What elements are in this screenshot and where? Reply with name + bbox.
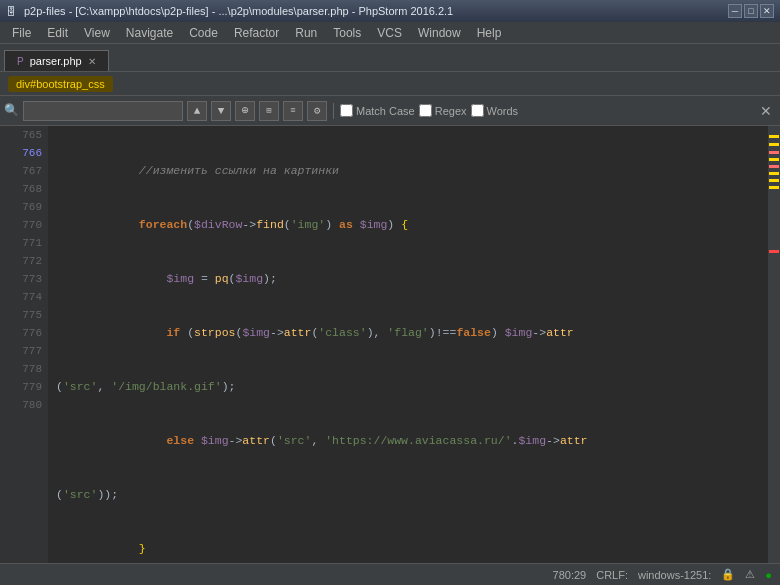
search-close-button[interactable]: ✕ — [756, 103, 776, 119]
code-line-766: foreach($divRow->find('img') as $img) { — [56, 216, 768, 234]
breadcrumb-bar: div#bootstrap_css — [0, 72, 780, 96]
words-label: Words — [487, 105, 519, 117]
code-area[interactable]: //изменить ссылки на картинки foreach($d… — [48, 126, 768, 563]
tab-icon: P — [17, 56, 24, 67]
gutter-line-773: 773 — [0, 270, 42, 288]
search-filter-button[interactable]: ⊞ — [259, 101, 279, 121]
gutter-line-770: 770 — [0, 216, 42, 234]
scroll-marker-3 — [769, 151, 779, 154]
gutter-line-768: 768 — [0, 180, 42, 198]
close-button[interactable]: ✕ — [760, 4, 774, 18]
scroll-marker-6 — [769, 172, 779, 175]
menu-file[interactable]: File — [4, 24, 39, 42]
line-number-gutter: 765 766 767 768 769 770 771 772 773 774 … — [0, 126, 48, 563]
menu-tools[interactable]: Tools — [325, 24, 369, 42]
code-line-768: if (strpos($img->attr('class'), 'flag')!… — [56, 324, 768, 342]
tab-label: parser.php — [30, 55, 82, 67]
scroll-marker-4 — [769, 158, 779, 161]
scroll-marker-2 — [769, 143, 779, 146]
menu-help[interactable]: Help — [469, 24, 510, 42]
gutter-line-780: 780 — [0, 396, 42, 414]
gutter-line-767: 767 — [0, 162, 42, 180]
words-option[interactable]: Words — [471, 104, 519, 117]
editor: 765 766 767 768 769 770 771 772 773 774 … — [0, 126, 780, 563]
match-case-option[interactable]: Match Case — [340, 104, 415, 117]
title-text: p2p-files - [C:\xampp\htdocs\p2p-files] … — [24, 5, 453, 17]
code-line-765: //изменить ссылки на картинки — [56, 162, 768, 180]
search-input[interactable] — [23, 101, 183, 121]
menu-bar: File Edit View Navigate Code Refactor Ru… — [0, 22, 780, 44]
minimize-button[interactable]: ─ — [728, 4, 742, 18]
cursor-position: 780:29 — [553, 569, 587, 581]
scroll-marker-7 — [769, 179, 779, 182]
settings-button[interactable]: ⚙ — [307, 101, 327, 121]
search-bar: 🔍 ▲ ▼ ⊕ ⊞ ≡ ⚙ Match Case Regex Words ✕ — [0, 96, 780, 126]
gutter-line-775: 775 — [0, 306, 42, 324]
find-usages-button[interactable]: ⊕ — [235, 101, 255, 121]
tab-parser[interactable]: P parser.php ✕ — [4, 50, 109, 71]
lock-icon: 🔒 — [721, 568, 735, 581]
search-icon: 🔍 — [4, 103, 19, 118]
line-ending: CRLF: — [596, 569, 628, 581]
encoding: windows-1251: — [638, 569, 711, 581]
scroll-marker-1 — [769, 135, 779, 138]
scrollbar[interactable] — [768, 126, 780, 563]
menu-refactor[interactable]: Refactor — [226, 24, 287, 42]
gutter-line-769: 769 — [0, 198, 42, 216]
menu-run[interactable]: Run — [287, 24, 325, 42]
code-line-768b: ('src', '/img/blank.gif'); — [56, 378, 768, 396]
maximize-button[interactable]: □ — [744, 4, 758, 18]
code-line-770: } — [56, 540, 768, 558]
tab-close-icon[interactable]: ✕ — [88, 56, 96, 67]
warning-icon: ⚠ — [745, 568, 755, 581]
gutter-line-777: 777 — [0, 342, 42, 360]
code-line-767: $img = pq($img); — [56, 270, 768, 288]
gutter-line-771: 771 — [0, 234, 42, 252]
match-case-checkbox[interactable] — [340, 104, 353, 117]
regex-label: Regex — [435, 105, 467, 117]
code-line-769b: ('src')); — [56, 486, 768, 504]
title-bar-controls[interactable]: ─ □ ✕ — [728, 4, 774, 18]
gutter-line-779: 779 — [0, 378, 42, 396]
gutter-line-772: 772 — [0, 252, 42, 270]
title-bar: 🗄 p2p-files - [C:\xampp\htdocs\p2p-files… — [0, 0, 780, 22]
scroll-marker-5 — [769, 165, 779, 168]
gutter-line-765: 765 — [0, 126, 42, 144]
scroll-marker-8 — [769, 186, 779, 189]
code-line-769: else $img->attr('src', 'https://www.avia… — [56, 432, 768, 450]
tab-bar: P parser.php ✕ — [0, 44, 780, 72]
breadcrumb-pill[interactable]: div#bootstrap_css — [8, 76, 113, 92]
menu-window[interactable]: Window — [410, 24, 469, 42]
prev-match-button[interactable]: ▲ — [187, 101, 207, 121]
regex-checkbox[interactable] — [419, 104, 432, 117]
menu-navigate[interactable]: Navigate — [118, 24, 181, 42]
menu-vcs[interactable]: VCS — [369, 24, 410, 42]
regex-option[interactable]: Regex — [419, 104, 467, 117]
gutter-line-774: 774 — [0, 288, 42, 306]
next-match-button[interactable]: ▼ — [211, 101, 231, 121]
gutter-line-766: 766 — [0, 144, 42, 162]
match-case-label: Match Case — [356, 105, 415, 117]
menu-view[interactable]: View — [76, 24, 118, 42]
menu-edit[interactable]: Edit — [39, 24, 76, 42]
status-bar: 780:29 CRLF: windows-1251: 🔒 ⚠ ● — [0, 563, 780, 585]
gutter-line-778: 778 — [0, 360, 42, 378]
gutter-line-776: 776 — [0, 324, 42, 342]
status-indicator: ● — [765, 569, 772, 581]
title-bar-left: 🗄 p2p-files - [C:\xampp\htdocs\p2p-files… — [6, 5, 453, 17]
scroll-error-marker — [769, 250, 779, 253]
search-filter2-button[interactable]: ≡ — [283, 101, 303, 121]
menu-code[interactable]: Code — [181, 24, 226, 42]
search-separator — [333, 103, 334, 119]
words-checkbox[interactable] — [471, 104, 484, 117]
